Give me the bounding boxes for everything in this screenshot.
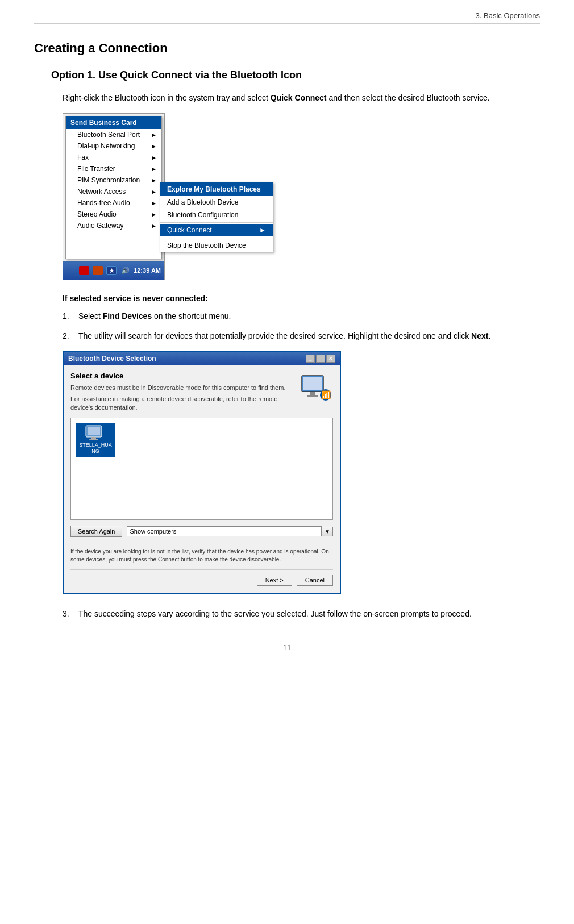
subsection-title: Option 1. Use Quick Connect via the Blue…: [51, 69, 540, 81]
device-item: STELLA_HUANG: [76, 423, 115, 457]
taskbar: ★ 🔊 12:39 AM: [63, 261, 164, 280]
arrow-icon: ►: [151, 200, 157, 206]
list-text-1: Select Find Devices on the shortcut menu…: [78, 310, 231, 322]
dialog-top-section: Select a device Remote devices must be i…: [70, 372, 333, 412]
svg-rect-8: [91, 437, 96, 439]
svg-rect-9: [89, 439, 98, 440]
dialog-close-btn[interactable]: ✕: [326, 355, 335, 363]
arrow-icon: ►: [259, 226, 266, 234]
ctx-item-send-business-card: Send Business Card: [66, 116, 161, 129]
intro-text-part2: and then select the desired Bluetooth se…: [327, 93, 490, 102]
arrow-icon: ►: [151, 189, 157, 195]
ctx-item-network-access: Network Access ►: [66, 186, 161, 197]
dialog-minimize-btn[interactable]: _: [306, 355, 315, 363]
dialog-body: Select a device Remote devices must be i…: [64, 365, 340, 593]
device-selection-screenshot: Bluetooth Device Selection _ □ ✕ Select …: [63, 351, 540, 594]
taskbar-speaker-icon: 🔊: [120, 266, 130, 275]
list-text-2: The utility will search for devices that…: [78, 330, 490, 342]
ctx-item-dialup: Dial-up Networking ►: [66, 140, 161, 152]
list-item-1: 1. Select Find Devices on the shortcut m…: [63, 310, 540, 322]
dialog-text-section: Select a device Remote devices must be i…: [70, 372, 293, 412]
arrow-icon: ►: [151, 155, 157, 161]
list-num-1: 1.: [63, 310, 74, 322]
list-num-3: 3.: [63, 607, 74, 620]
search-again-button[interactable]: Search Again: [70, 526, 122, 537]
taskbar-bluetooth-icon: ★: [106, 266, 117, 275]
page-number: 11: [283, 643, 291, 652]
numbered-list-3: 3. The succeeding steps vary according t…: [63, 607, 540, 620]
dialog-titlebar-buttons: _ □ ✕: [306, 355, 335, 363]
dialog-icon-area: 📶: [299, 372, 333, 406]
arrow-icon: ►: [151, 177, 157, 184]
ctx-item-handsfree: Hands-free Audio ►: [66, 197, 161, 209]
show-computers-label: Show computers: [130, 528, 176, 535]
arrow-icon: ►: [151, 223, 157, 229]
arrow-icon: ►: [151, 143, 157, 149]
if-selected-header: If selected service is never connected:: [63, 294, 540, 303]
arrow-icon: ►: [151, 166, 157, 172]
ctx-item-file-transfer: File Transfer ►: [66, 163, 161, 174]
show-computers-select[interactable]: Show computers: [127, 526, 322, 536]
taskbar-red-icon: [79, 266, 89, 275]
chapter-title: 3. Basic Operations: [476, 11, 540, 20]
ctx-item-stereo-audio: Stereo Audio ►: [66, 209, 161, 220]
list-item-2: 2. The utility will search for devices t…: [63, 330, 540, 342]
list-item-3: 3. The succeeding steps vary according t…: [63, 607, 540, 620]
svg-rect-1: [303, 377, 322, 390]
device-icon: [85, 425, 106, 442]
submenu-add-device: Add a Bluetooth Device: [160, 196, 273, 209]
dialog-section-header: Select a device: [70, 372, 293, 380]
page-footer: 11: [34, 643, 540, 652]
show-computers-control: Show computers ▼: [127, 526, 333, 536]
svg-rect-2: [310, 392, 315, 395]
dialog-wrapper: Bluetooth Device Selection _ □ ✕ Select …: [63, 351, 341, 594]
list-num-2: 2.: [63, 330, 74, 342]
ctx-item-bt-serial-port: Bluetooth Serial Port ►: [66, 129, 161, 140]
context-menu-screenshot: Send Business Card Bluetooth Serial Port…: [63, 113, 540, 280]
numbered-list: 1. Select Find Devices on the shortcut m…: [63, 310, 540, 342]
arrow-icon: ►: [151, 132, 157, 138]
computer-bluetooth-icon: 📶: [301, 373, 332, 405]
ctx-item-fax: Fax ►: [66, 152, 161, 163]
dialog-note: If the device you are looking for is not…: [70, 543, 333, 564]
next-button[interactable]: Next >: [257, 575, 292, 586]
dialog-maximize-btn[interactable]: □: [316, 355, 325, 363]
submenu-bt-config: Bluetooth Configuration: [160, 209, 273, 221]
submenu-quick-connect: Quick Connect ►: [160, 224, 273, 236]
intro-text-bold: Quick Connect: [271, 93, 327, 102]
list-text-3: The succeeding steps vary according to t…: [78, 607, 472, 620]
taskbar-right: ★ 🔊 12:39 AM: [79, 266, 161, 275]
dialog-footer: Next > Cancel: [70, 569, 333, 586]
section-title: Creating a Connection: [34, 41, 540, 56]
svg-text:📶: 📶: [321, 390, 331, 400]
context-menu-area: Send Business Card Bluetooth Serial Port…: [63, 114, 164, 261]
ctx-item-audio-gateway: Audio Gateway ►: [66, 220, 161, 231]
taskbar-orange-icon: [93, 266, 103, 275]
dialog-title: Bluetooth Device Selection: [68, 355, 156, 363]
page-header: 3. Basic Operations: [34, 11, 540, 24]
device-name: STELLA_HUANG: [78, 442, 113, 455]
svg-rect-3: [307, 395, 318, 397]
svg-rect-7: [88, 427, 100, 435]
submenu-divider: [160, 222, 273, 223]
dialog-desc-line2: For assistance in making a remote device…: [70, 395, 293, 413]
context-submenu: Explore My Bluetooth Places Add a Blueto…: [160, 182, 273, 252]
intro-paragraph: Right-click the Bluetooth icon in the sy…: [63, 91, 540, 104]
intro-text-part1: Right-click the Bluetooth icon in the sy…: [63, 93, 271, 102]
submenu-stop-bt: Stop the Bluetooth Device: [160, 239, 273, 252]
context-menu-wrapper: Send Business Card Bluetooth Serial Port…: [63, 113, 165, 280]
taskbar-time: 12:39 AM: [134, 267, 161, 274]
dialog-desc-line1: Remote devices must be in Discoverable m…: [70, 384, 293, 392]
arrow-icon: ►: [151, 211, 157, 218]
submenu-explore: Explore My Bluetooth Places: [160, 182, 273, 196]
dialog-titlebar: Bluetooth Device Selection _ □ ✕: [64, 352, 340, 365]
main-context-menu: Send Business Card Bluetooth Serial Port…: [65, 116, 162, 259]
ctx-item-pim-sync: PIM Synchronization ►: [66, 174, 161, 186]
dialog-device-list: STELLA_HUANG: [70, 418, 333, 520]
select-dropdown-arrow[interactable]: ▼: [322, 527, 333, 536]
dialog-controls: Search Again Show computers ▼: [70, 526, 333, 537]
submenu-divider2: [160, 238, 273, 238]
cancel-button[interactable]: Cancel: [297, 575, 333, 586]
